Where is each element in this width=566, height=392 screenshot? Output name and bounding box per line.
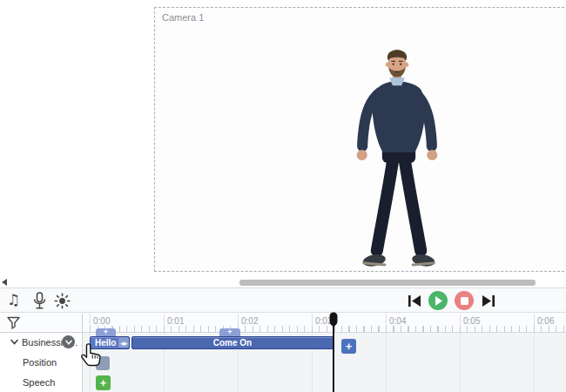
timeline-ruler[interactable]: 0:00 0:01 0:02 0:03 0:04 0:05 0:06 <box>0 314 566 333</box>
horizontal-scrollbar[interactable] <box>0 276 566 287</box>
insert-clip-tab[interactable]: + <box>219 328 240 336</box>
stop-button[interactable] <box>455 291 474 310</box>
ruler-label: 0:02 <box>241 316 258 326</box>
clip-come-on[interactable]: Come On <box>131 336 334 349</box>
add-action-button[interactable]: + <box>341 339 356 354</box>
ruler-label: 0:00 <box>93 316 110 326</box>
skip-to-end-button[interactable] <box>482 295 495 307</box>
timeline-toolbar: ♫ <box>0 287 566 313</box>
ruler-label: 0:05 <box>463 316 480 326</box>
hand-cursor <box>81 342 105 370</box>
brightness-icon[interactable] <box>54 293 71 309</box>
play-button[interactable] <box>428 291 448 310</box>
scroll-left-arrow-icon[interactable] <box>2 279 7 286</box>
filter-icon[interactable] <box>7 316 20 329</box>
chevron-down-icon <box>65 340 72 345</box>
play-icon <box>435 296 442 306</box>
insert-clip-tab[interactable]: + <box>96 328 116 336</box>
track-label-speech[interactable]: Speech <box>23 377 55 388</box>
camera-label: Camera 1 <box>162 12 204 23</box>
playhead-line <box>333 327 334 392</box>
skip-to-start-button[interactable] <box>408 295 421 307</box>
trim-handles-icon[interactable]: ◀▶ <box>118 338 129 348</box>
playhead-handle[interactable] <box>328 312 339 329</box>
ruler-label: 0:04 <box>389 316 406 326</box>
clip-label: Come On <box>213 338 252 348</box>
microphone-icon[interactable] <box>32 292 47 310</box>
stop-icon <box>461 297 468 305</box>
scrollbar-thumb[interactable] <box>239 280 536 286</box>
chevron-down-icon[interactable] <box>10 339 18 345</box>
ruler-label: 0:01 <box>167 316 184 326</box>
track-label-position[interactable]: Position <box>23 357 57 368</box>
businessman-character <box>344 45 450 274</box>
ruler-label: 0:06 <box>537 316 554 326</box>
add-speech-button[interactable]: + <box>96 375 111 390</box>
music-icon[interactable]: ♫ <box>7 291 20 308</box>
character-options-button[interactable] <box>62 335 75 348</box>
